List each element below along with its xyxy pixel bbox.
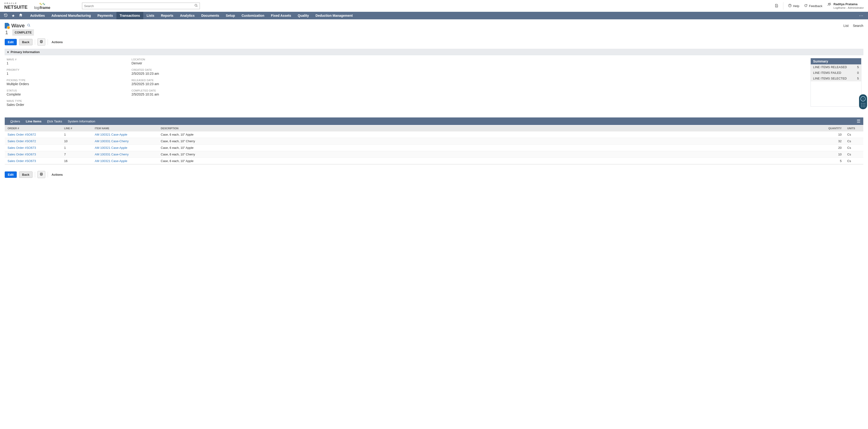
description: Case, 6 each, 10" Apple xyxy=(158,158,818,164)
item-link[interactable]: AM 100321 Case-Apple xyxy=(92,158,158,164)
status-value: Complete xyxy=(7,92,124,96)
list-link[interactable]: List xyxy=(843,24,849,28)
location-value: Denver xyxy=(131,61,249,65)
released-date-value: 2/5/2025 10:23 am xyxy=(131,82,249,86)
created-date-value: 2/5/2025 10:23 am xyxy=(131,72,249,76)
tabs-menu-icon[interactable]: ☰ xyxy=(857,119,861,124)
nav-item-customization[interactable]: Customization xyxy=(238,12,268,19)
nav-item-analytics[interactable]: Analytics xyxy=(177,12,198,19)
nav-item-activities[interactable]: Activities xyxy=(27,12,48,19)
item-link[interactable]: AM 100331 Case-Cherry xyxy=(92,151,158,158)
page-body: Wave List Search 1 COMPLETE Edit Back Ac… xyxy=(0,19,868,191)
help-widget[interactable]: i xyxy=(859,94,867,109)
user-role-icon xyxy=(827,2,831,7)
recent-records-icon[interactable] xyxy=(2,13,9,18)
nav-item-quality[interactable]: Quality xyxy=(294,12,312,19)
top-right-tools: Help Feedback Raditya Pratama Logiframe … xyxy=(775,2,864,10)
wave-type-label: WAVE TYPE xyxy=(7,99,124,102)
nav-item-documents[interactable]: Documents xyxy=(198,12,222,19)
primary-info-header[interactable]: ▾ Primary Information xyxy=(5,49,863,55)
create-new-icon[interactable] xyxy=(775,4,778,8)
col-quantity[interactable]: QUANTITY xyxy=(818,125,844,132)
print-button-bottom[interactable] xyxy=(37,171,45,178)
status-chip: COMPLETE xyxy=(12,29,34,36)
units: Cs xyxy=(844,145,863,151)
order-link[interactable]: Sales Order #SO672 xyxy=(5,138,61,145)
nav-item-lists[interactable]: Lists xyxy=(143,12,158,19)
nav-item-advanced-manufacturing[interactable]: Advanced Manufacturing xyxy=(48,12,94,19)
back-button[interactable]: Back xyxy=(19,39,33,45)
tab-orders[interactable]: Orders xyxy=(7,117,23,125)
svg-point-9 xyxy=(28,24,30,26)
feedback-link[interactable]: Feedback xyxy=(804,4,822,8)
search-link[interactable]: Search xyxy=(853,24,863,28)
nav-item-payments[interactable]: Payments xyxy=(94,12,117,19)
wave-type-value: Sales Order xyxy=(7,103,124,107)
table-row: Sales Order #SO67210AM 100331 Case-Cherr… xyxy=(5,138,863,145)
divider xyxy=(48,172,48,177)
oracle-text: ORACLE xyxy=(4,2,28,4)
released-date-label: RELEASED DATE xyxy=(131,79,249,82)
svg-line-10 xyxy=(29,26,30,26)
summary-label: LINE ITEMS SELECTED xyxy=(813,77,847,80)
col-line[interactable]: LINE # xyxy=(61,125,92,132)
help-link[interactable]: Help xyxy=(788,4,799,8)
table-row: Sales Order #SO6721AM 100321 Case-AppleC… xyxy=(5,132,863,138)
priority-label: PRIORITY xyxy=(7,68,124,71)
order-link[interactable]: Sales Order #SO673 xyxy=(5,158,61,164)
record-search-icon[interactable] xyxy=(27,24,31,28)
tab-pick-tasks[interactable]: Pick Tasks xyxy=(44,117,65,125)
nav-overflow-icon[interactable]: ⋯ xyxy=(859,13,866,18)
summary-value: 5 xyxy=(857,65,859,69)
location-label: LOCATION xyxy=(131,58,249,61)
nav-item-setup[interactable]: Setup xyxy=(222,12,238,19)
summary-title: Summary xyxy=(811,58,861,64)
summary-row: LINE ITEMS SELECTED5 xyxy=(811,76,861,81)
svg-point-4 xyxy=(805,5,805,6)
tab-line-items[interactable]: Line Items xyxy=(23,117,44,125)
completed-date-value: 2/5/2025 10:31 am xyxy=(131,92,249,96)
oracle-netsuite-logo: ORACLE NETSUITE xyxy=(4,2,28,9)
quantity: 5 xyxy=(818,158,844,164)
nav-item-deduction-management[interactable]: Deduction Management xyxy=(312,12,356,19)
nav-item-fixed-assets[interactable]: Fixed Assets xyxy=(268,12,294,19)
shortcuts-star-icon[interactable]: ★ xyxy=(9,13,17,18)
actions-menu-bottom[interactable]: Actions xyxy=(52,173,63,176)
quantity: 20 xyxy=(818,145,844,151)
tab-system-information[interactable]: System Information xyxy=(65,117,98,125)
actions-menu[interactable]: Actions xyxy=(52,40,63,44)
nav-item-reports[interactable]: Reports xyxy=(158,12,177,19)
brand-logos: ORACLE NETSUITE ∿∿ logiframe xyxy=(4,2,82,10)
home-icon[interactable] xyxy=(17,13,25,19)
edit-button-bottom[interactable]: Edit xyxy=(5,171,17,178)
divider xyxy=(48,39,48,45)
info-icon: i xyxy=(861,96,866,102)
col-description[interactable]: DESCRIPTION xyxy=(158,125,818,132)
item-link[interactable]: AM 100331 Case-Cherry xyxy=(92,138,158,145)
summary-rows: LINE ITEMS RELEASED5LINE ITEMS FAILED0LI… xyxy=(811,64,861,81)
info-col-2: LOCATIONDenver CREATED DATE2/5/2025 10:2… xyxy=(131,58,249,107)
order-link[interactable]: Sales Order #SO673 xyxy=(5,151,61,158)
item-link[interactable]: AM 100321 Case-Apple xyxy=(92,145,158,151)
wave-record-icon xyxy=(5,23,9,29)
summary-row: LINE ITEMS FAILED0 xyxy=(811,70,861,76)
print-button[interactable] xyxy=(37,38,45,46)
description: Case, 6 each, 10" Cherry xyxy=(158,151,818,158)
order-link[interactable]: Sales Order #SO672 xyxy=(5,132,61,138)
nav-item-transactions[interactable]: Transactions xyxy=(117,12,143,19)
back-button-bottom[interactable]: Back xyxy=(19,171,33,178)
chevron-down-icon: ▾ xyxy=(7,51,9,54)
search-icon[interactable] xyxy=(194,4,198,8)
edit-button[interactable]: Edit xyxy=(5,39,17,45)
col-item[interactable]: ITEM NAME xyxy=(92,125,158,132)
line-number: 1 xyxy=(61,145,92,151)
item-link[interactable]: AM 100321 Case-Apple xyxy=(92,132,158,138)
primary-info-body: WAVE #1 PRIORITY1 PICKING TYPEMultiple O… xyxy=(5,55,863,111)
feedback-icon xyxy=(804,4,807,8)
page-title: Wave xyxy=(11,23,25,29)
order-link[interactable]: Sales Order #SO673 xyxy=(5,145,61,151)
search-input[interactable] xyxy=(82,3,200,9)
user-menu[interactable]: Raditya Pratama Logiframe - Administrato… xyxy=(827,2,864,10)
line-items-table: ORDER # LINE # ITEM NAME DESCRIPTION QUA… xyxy=(5,125,863,164)
col-units[interactable]: UNITS xyxy=(844,125,863,132)
